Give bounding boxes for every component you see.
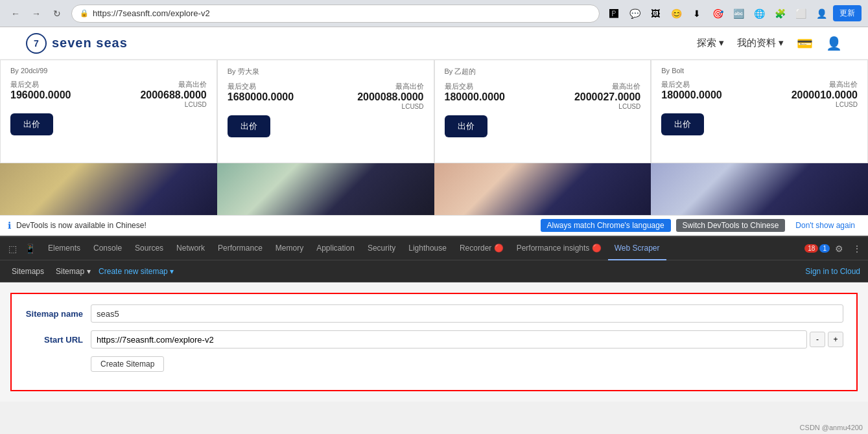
ext-icon-10[interactable]: ⬜ [792, 5, 810, 23]
ext-icon-6[interactable]: 🎯 [709, 5, 727, 23]
tab-console[interactable]: Console [87, 237, 128, 260]
highest-bid-label-1: 最高出价 [140, 80, 206, 89]
ext-icon-2[interactable]: 💬 [626, 5, 644, 23]
last-trade-value-2: 1680000.0000 [228, 91, 294, 103]
nft-image-card-4[interactable] [651, 163, 868, 215]
tab-elements[interactable]: Elements [41, 237, 87, 260]
devtools-tab-icons: 18 1 ⚙ ⋮ [802, 244, 865, 254]
card-4-prices: 最后交易 180000.0000 最高出价 2000010.0000 LCUSD [661, 80, 858, 108]
logo-circle: 7 [26, 33, 47, 54]
more-options-icon[interactable]: ⋮ [849, 244, 865, 254]
site-header: 7 SEVEN SEAS 探索 ▾ 我的资料 ▾ 💳 👤 [0, 27, 868, 60]
currency-3: LCUSD [574, 103, 640, 110]
nav-buttons: ← → ↻ [6, 5, 66, 23]
ext-icon-5[interactable]: ⬇ [688, 5, 706, 23]
start-url-input[interactable] [91, 330, 807, 348]
browser-icons: 🅿 💬 🖼 😊 ⬇ 🎯 🔤 🌐 🧩 ⬜ 👤 更新 [605, 5, 862, 23]
ext-icon-9[interactable]: 🧩 [771, 5, 789, 23]
tab-sources[interactable]: Sources [128, 237, 170, 260]
highest-bid-label-2: 最高出价 [357, 82, 423, 91]
url-input-group: - + [91, 330, 843, 348]
tab-performance-insights[interactable]: Performance insights 🔴 [510, 237, 608, 260]
start-url-label: Start URL [25, 335, 83, 345]
tab-recorder[interactable]: Recorder 🔴 [453, 237, 510, 260]
ext-icon-7[interactable]: 🔤 [729, 5, 747, 23]
my-data-nav[interactable]: 我的资料 ▾ [737, 37, 784, 49]
currency-2: LCUSD [357, 103, 423, 110]
tab-memory[interactable]: Memory [269, 237, 310, 260]
user-icon[interactable]: 👤 [812, 5, 830, 23]
explore-nav[interactable]: 探索 ▾ [697, 37, 724, 49]
highest-bid-value-3: 2000027.0000 [574, 91, 640, 103]
url-minus-button[interactable]: - [810, 332, 825, 347]
currency-1: LCUSD [140, 101, 206, 108]
url-text: https://7seasnft.com/explore-v2 [93, 8, 591, 18]
highest-bid-value-1: 2000688.0000 [140, 89, 206, 101]
ext-icon-8[interactable]: 🌐 [750, 5, 768, 23]
sitemap-dropdown[interactable]: Sitemap ▾ [56, 267, 91, 276]
currency-4: LCUSD [792, 101, 858, 108]
lock-icon: 🔒 [80, 9, 89, 17]
settings-icon[interactable]: ⚙ [831, 244, 847, 254]
img-placeholder-4 [651, 163, 868, 215]
tab-network[interactable]: Network [170, 237, 211, 260]
forward-button[interactable]: → [27, 5, 45, 23]
address-bar[interactable]: 🔒 https://7seasnft.com/explore-v2 [71, 5, 600, 23]
website-content: 7 SEVEN SEAS 探索 ▾ 我的资料 ▾ 💳 👤 By 20dcl/99… [0, 27, 868, 215]
scraper-form-wrapper: Sitemap name Start URL - + Create Sitema… [0, 282, 868, 402]
error-badge: 18 [804, 244, 818, 253]
tab-security[interactable]: Security [361, 237, 402, 260]
scraper-toolbar: Sitemaps Sitemap ▾ Create new sitemap ▾ … [0, 260, 868, 282]
update-button[interactable]: 更新 [833, 5, 862, 21]
sign-in-cloud-link[interactable]: Sign in to Cloud [805, 267, 860, 276]
sitemap-name-row: Sitemap name [25, 304, 843, 323]
device-icon[interactable]: 📱 [23, 244, 38, 254]
tab-web-scraper[interactable]: Web Scraper [608, 237, 666, 260]
create-new-sitemap-link[interactable]: Create new sitemap ▾ [99, 267, 174, 276]
bid-button-1[interactable]: 出价 [10, 113, 53, 135]
profile-icon[interactable]: 👤 [826, 36, 842, 51]
sitemap-name-label: Sitemap name [25, 309, 83, 319]
devtools-panel: ⬚ 📱 Elements Console Sources Network Per… [0, 236, 868, 402]
switch-devtools-button[interactable]: Switch DevTools to Chinese [676, 219, 786, 232]
dismiss-button[interactable]: Don't show again [790, 219, 860, 232]
back-button[interactable]: ← [6, 5, 25, 23]
bid-button-4[interactable]: 出价 [661, 113, 704, 135]
sitemaps-button[interactable]: Sitemaps [8, 266, 48, 277]
reload-button[interactable]: ↻ [48, 5, 66, 23]
url-plus-button[interactable]: + [828, 332, 843, 347]
tab-lighthouse[interactable]: Lighthouse [402, 237, 453, 260]
bid-button-2[interactable]: 出价 [228, 115, 270, 137]
wallet-icon[interactable]: 💳 [797, 36, 813, 51]
nft-card-2: By 劳大泉 最后交易 1680000.0000 最高出价 2000088.00… [217, 60, 434, 163]
nft-cards-row2 [0, 163, 868, 215]
devtools-notify-bar: ℹ DevTools is now available in Chinese! … [0, 215, 868, 236]
last-trade-label-3: 最后交易 [445, 82, 505, 91]
ext-icon-1[interactable]: 🅿 [605, 5, 623, 23]
nft-card-3: By 乙超的 最后交易 180000.0000 最高出价 2000027.000… [434, 60, 651, 163]
img-placeholder-3 [434, 163, 651, 215]
notify-message: DevTools is now available in Chinese! [16, 221, 535, 230]
always-match-button[interactable]: Always match Chrome's language [541, 219, 671, 232]
create-sitemap-button[interactable]: Create Sitemap [91, 356, 164, 372]
tab-performance[interactable]: Performance [211, 237, 269, 260]
highest-bid-label-3: 最高出价 [574, 82, 640, 91]
sitemap-name-input[interactable] [91, 304, 843, 323]
card-3-by: By 乙超的 [445, 67, 641, 76]
nft-cards-row1: By 20dcl/99 最后交易 196000.0000 最高出价 200068… [0, 60, 868, 163]
nft-card-4: By Bolt 最后交易 180000.0000 最高出价 2000010.00… [651, 60, 868, 163]
bid-button-3[interactable]: 出价 [445, 115, 487, 137]
last-trade-label-2: 最后交易 [228, 82, 294, 91]
ext-icon-3[interactable]: 🖼 [646, 5, 664, 23]
nft-image-card-3[interactable] [434, 163, 651, 215]
ext-icon-4[interactable]: 😊 [667, 5, 685, 23]
inspect-icon[interactable]: ⬚ [6, 244, 19, 254]
nft-image-card-1[interactable] [0, 163, 217, 215]
highest-bid-value-4: 2000010.0000 [792, 89, 858, 101]
last-trade-label-1: 最后交易 [10, 80, 71, 89]
nft-image-card-2[interactable] [217, 163, 434, 215]
tab-application[interactable]: Application [310, 237, 361, 260]
logo-text: SEVEN SEAS [52, 36, 128, 51]
devtools-left-icons: ⬚ 📱 [3, 244, 41, 254]
highest-bid-value-2: 2000088.0000 [357, 91, 423, 103]
